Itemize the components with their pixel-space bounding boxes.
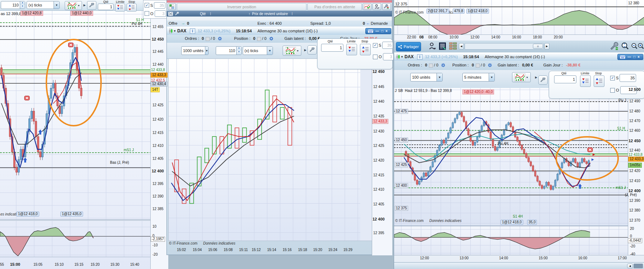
order-badge[interactable]: 1@12 418,0 (17, 212, 39, 217)
chart-confirm-button[interactable] (363, 3, 371, 10)
qty-field[interactable]: 1 (321, 44, 343, 52)
close-button[interactable]: × (638, 54, 640, 60)
inverser-position-button[interactable]: Inverser position (177, 3, 307, 10)
mini-oscillator-chart[interactable] (394, 0, 644, 34)
gear-icon[interactable] (441, 63, 445, 67)
chevron-down-icon[interactable]: ▼ (437, 73, 442, 81)
middle-time-axis[interactable] (168, 240, 372, 255)
stop-order-button[interactable] (127, 4, 137, 11)
expand-right-icon[interactable]: ▶ (83, 4, 86, 7)
stop-distance-field[interactable]: 35 (154, 2, 165, 9)
right-time-axis[interactable] (394, 255, 644, 263)
objective-distance-field[interactable]: 3 (620, 86, 637, 94)
spinner-down-icon[interactable]: ▼ (237, 51, 241, 55)
scroll-left-button[interactable]: ◀ (459, 43, 464, 50)
left-oscillator-chart[interactable] (0, 221, 150, 257)
stop-distance-field[interactable]: 35 (382, 42, 393, 49)
table-icon[interactable] (168, 12, 173, 16)
scroll-right-button[interactable]: ▶ (544, 43, 549, 50)
keyboard-icon[interactable] (620, 55, 625, 59)
qty-field[interactable]: 1 (98, 4, 114, 10)
zoom-out-button[interactable] (631, 42, 638, 51)
news-button[interactable] (439, 42, 446, 50)
limite-order-button[interactable] (346, 44, 357, 55)
settings-wrench-button[interactable] (307, 45, 317, 55)
interval-spinner[interactable]: 110▲▼ (216, 46, 242, 55)
depth-button[interactable] (449, 42, 457, 50)
order-badge[interactable]: 1@12 420,8 (20, 11, 43, 16)
time-scrollbar-track[interactable]: ≡ (465, 43, 544, 50)
stop-distance-field[interactable]: 35 (620, 74, 636, 82)
time-scrollbar-handle[interactable]: ≡ (533, 44, 543, 49)
stop-order-button[interactable] (360, 44, 371, 55)
indicator-style-button[interactable]: ▼ (65, 1, 82, 10)
gear-icon[interactable] (218, 37, 222, 41)
partager-button[interactable]: Partager (396, 42, 421, 51)
chevron-down-icon[interactable]: ▼ (205, 47, 208, 55)
expand-right-icon[interactable]: ▶ (535, 76, 537, 79)
account-button[interactable] (373, 3, 381, 10)
settings-wrench-button[interactable] (538, 75, 548, 85)
chevron-down-icon[interactable]: ▼ (267, 47, 273, 55)
left-interval-spinner[interactable]: 110▲▼ (1, 1, 25, 9)
order-badge[interactable]: 1@12 440,0 (70, 11, 93, 16)
dax-titlebar[interactable]: ▼ DAX i 12 433,3 (+0,25%) 15:18:54 Allem… (394, 52, 644, 61)
spinner-up-icon[interactable]: ▲ (20, 1, 25, 5)
sort-up-icon[interactable]: ↑ (248, 12, 250, 16)
middle-price-chart[interactable] (168, 59, 373, 241)
stop-order-badge[interactable]: 1@12 420,0 -40,0 (462, 89, 494, 94)
middle-price-axis[interactable] (372, 59, 392, 255)
zoom-in-button[interactable] (637, 42, 644, 51)
chevron-down-icon[interactable]: ▼ (54, 1, 59, 9)
right-price-axis[interactable] (628, 88, 644, 255)
objective-distance-field[interactable]: 3 (383, 53, 394, 60)
stop-checkbox[interactable]: ✓ (373, 43, 378, 48)
order-badge[interactable]: 479,8 (453, 9, 465, 14)
right-price-chart[interactable] (394, 88, 628, 226)
objective-distance-field[interactable]: 3 (155, 10, 166, 17)
minimize-button[interactable]: — (627, 54, 631, 60)
indicator-style-button[interactable]: ▼ (512, 72, 531, 82)
limite-order-button[interactable] (580, 75, 591, 87)
left-price-axis[interactable] (150, 11, 168, 269)
gear-icon[interactable] (488, 63, 492, 67)
order-badge[interactable]: 2@12 391,7 (426, 9, 449, 14)
spinner-down-icon[interactable]: ▼ (20, 5, 25, 9)
info-icon[interactable]: i (417, 54, 423, 60)
order-badge[interactable]: 1@12 418,0 (466, 9, 489, 14)
wrench-icon[interactable] (175, 12, 179, 16)
spinner-up-icon[interactable]: ▲ (237, 47, 241, 51)
right-oscillator-chart[interactable] (394, 226, 628, 255)
qty-column-header[interactable]: Qté (200, 12, 206, 16)
qty-field[interactable]: 1 (554, 75, 576, 83)
chevron-down-icon[interactable]: ▼ (401, 55, 403, 59)
stop-checkbox[interactable]: ✓ (145, 3, 149, 8)
scrollbar-handle[interactable] (634, 264, 643, 268)
close-button[interactable]: × (385, 28, 388, 34)
objective-checkbox[interactable] (373, 55, 378, 59)
maximize-button[interactable]: □ (633, 54, 635, 60)
maximize-button[interactable]: □ (381, 28, 383, 34)
stop-order-button[interactable] (594, 75, 604, 87)
indicator-style-button[interactable]: ▼ (283, 46, 301, 56)
objective-checkbox[interactable] (145, 11, 149, 16)
order-badge[interactable]: 1@12 418,0 (501, 220, 523, 225)
mini-time-axis[interactable] (394, 34, 644, 41)
left-scale-dropdown[interactable]: (x) ticks▼ (27, 1, 60, 9)
chevron-down-icon[interactable]: ▼ (489, 73, 494, 81)
zoom-fit-button[interactable] (621, 42, 629, 51)
price-column-header[interactable]: Prix de revient unitaire (252, 12, 288, 16)
expand-right-icon[interactable]: ▶ (304, 48, 306, 52)
scale-dropdown[interactable]: (x) ticks▼ (243, 46, 273, 55)
units-dropdown[interactable]: 1000 unités▼ (181, 46, 209, 55)
chevron-down-icon[interactable]: ▼ (173, 29, 176, 33)
pas-ordres-button[interactable]: Pas d'ordres en attente (307, 3, 362, 10)
timeframe-dropdown[interactable]: 5 minutes▼ (462, 73, 495, 82)
account-button[interactable] (429, 42, 436, 50)
info-icon[interactable]: i (190, 28, 195, 34)
dax-titlebar[interactable]: ▼ DAX i 12 433,3 (+0,25%) 15:18:54 Allem… (167, 27, 392, 36)
stop-checkbox[interactable]: ✓ (610, 76, 615, 80)
scroll-left-button[interactable]: ◀ (627, 264, 633, 268)
order-settings-button[interactable] (382, 3, 391, 10)
order-badge[interactable]: 35,0 (527, 220, 537, 225)
